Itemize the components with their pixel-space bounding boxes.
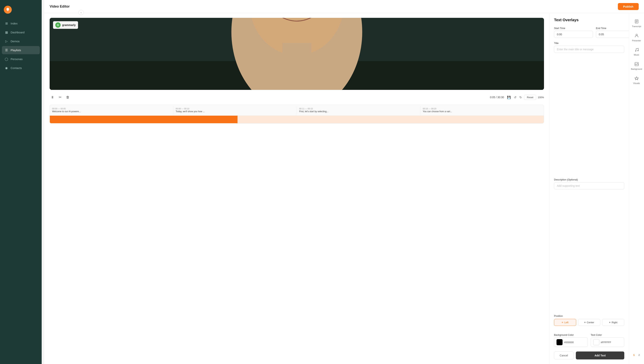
sidebar-item-label: Playlists	[10, 49, 21, 52]
sidebar-navigation: ⊞ Index ▦ Dashboard ▷ Demos ☰ Playlists …	[0, 19, 42, 72]
text-color-input[interactable]	[601, 341, 622, 344]
time-display: 0:05 / 30:30	[490, 96, 504, 99]
svg-point-19	[636, 34, 637, 36]
sidebar-item-contacts[interactable]: ◉ Contacts	[2, 64, 40, 72]
bg-color-input[interactable]	[564, 341, 585, 344]
svg-point-20	[635, 51, 636, 51]
video-preview[interactable]: Mood Mine	[50, 18, 544, 90]
description-label: Description (Optional)	[554, 178, 624, 181]
redo-button[interactable]: ↻	[518, 95, 522, 100]
page-1-button[interactable]: 1	[632, 353, 636, 357]
start-time-label: Start Time	[554, 27, 593, 30]
timeline-track	[50, 116, 544, 123]
video-section: Mood Mine	[44, 13, 549, 364]
zoom-level: 100%	[538, 96, 544, 99]
track-empty-region	[238, 116, 544, 123]
music-icon-item[interactable]: Music	[630, 46, 643, 58]
text-color-swatch[interactable]	[593, 339, 599, 345]
save-button[interactable]: 💾	[506, 95, 512, 100]
end-time-group: End Time	[596, 27, 629, 38]
color-row: Background Color Text Color	[554, 333, 624, 347]
pause-button[interactable]: ⏸	[50, 95, 55, 100]
text-overlays-panel: Text Overlays Start Time End Time Title	[549, 13, 629, 364]
timeline-segment-2[interactable]: 00:11 — 00:15 First, let's start by sele…	[297, 106, 420, 114]
music-label: Music	[634, 54, 639, 56]
align-center-icon: ≡	[584, 321, 586, 324]
title-input[interactable]	[554, 46, 624, 53]
align-left-icon: ≡	[562, 321, 563, 324]
sidebar-item-label: Contacts	[10, 66, 22, 70]
sidebar-item-demos[interactable]: ▷ Demos	[2, 37, 40, 45]
panel-title: Text Overlays	[554, 18, 624, 22]
position-section: Position ≡ Left ≡ Center ≡ Right	[554, 314, 624, 330]
sidebar-item-label: Demos	[10, 40, 20, 43]
svg-rect-10	[282, 43, 312, 79]
sidebar-logo	[0, 4, 42, 19]
time-row: Start Time End Time	[554, 27, 624, 38]
text-color-label: Text Color	[591, 333, 624, 336]
timeline-actions: 💾 ↺ ↻ Reset 100%	[506, 95, 544, 100]
content-area: Mood Mine	[44, 13, 644, 364]
background-icon	[634, 62, 639, 67]
svg-point-21	[638, 50, 638, 51]
description-group: Description (Optional)	[554, 178, 624, 311]
page-2-button[interactable]: 2	[637, 353, 641, 357]
transcript-icon-item[interactable]: Transcript	[630, 17, 643, 30]
side-icons-panel: Transcript Presenter	[629, 13, 644, 364]
playlists-icon: ☰	[4, 48, 8, 52]
presenter-label: Presenter	[632, 40, 641, 42]
sidebar-item-dashboard[interactable]: ▦ Dashboard	[2, 28, 40, 37]
visuals-icon-item[interactable]: Visuals	[630, 74, 643, 87]
top-bar: Video Editor Publish	[44, 0, 644, 13]
sidebar-item-playlists[interactable]: ☰ Playlists	[2, 46, 40, 54]
svg-point-1	[7, 9, 9, 11]
position-center-button[interactable]: ≡ Center	[578, 319, 600, 326]
video-container: Mood Mine	[50, 18, 544, 90]
timeline-segment-1[interactable]: 00:06 — 00:10 Today, we'll show you how …	[173, 106, 297, 114]
action-row: Cancel Add Text	[554, 351, 624, 359]
bg-color-label: Background Color	[554, 333, 588, 336]
undo-button[interactable]: ↺	[513, 95, 517, 100]
track-filled-region	[50, 116, 238, 123]
presenter-icon	[634, 34, 639, 39]
sidebar: ⊞ Index ▦ Dashboard ▷ Demos ☰ Playlists …	[0, 0, 42, 364]
text-color-group: Text Color	[591, 333, 624, 347]
cancel-button[interactable]: Cancel	[554, 351, 574, 359]
timeline-header: 00:00 — 00:05 Welcome to our AI-powere..…	[50, 105, 544, 116]
reset-button[interactable]: Reset	[524, 95, 536, 100]
timeline-segment-3[interactable]: 00:16 — 00:20 You can choose from a vari…	[420, 106, 544, 114]
cut-button[interactable]: ✂	[58, 94, 63, 100]
position-left-button[interactable]: ≡ Left	[554, 319, 576, 326]
position-right-button[interactable]: ≡ Right	[602, 319, 624, 326]
background-icon-item[interactable]: Background	[630, 60, 643, 72]
timeline-segment-0[interactable]: 00:00 — 00:05 Welcome to our AI-powere..…	[50, 106, 173, 114]
contacts-icon: ◉	[4, 66, 8, 70]
timeline-area: 00:00 — 00:05 Welcome to our AI-powere..…	[50, 105, 544, 123]
add-text-button[interactable]: Add Text	[576, 351, 624, 359]
end-time-label: End Time	[596, 27, 629, 30]
sidebar-collapse-button[interactable]: ‹	[78, 10, 84, 15]
chevron-left-icon: ‹	[81, 11, 82, 14]
grammarly-logo-icon: G	[55, 22, 60, 28]
index-icon: ⊞	[4, 22, 8, 25]
transcript-label: Transcript	[632, 25, 641, 28]
personas-icon: ◯	[4, 57, 8, 61]
position-label: Position	[554, 314, 624, 317]
background-label: Background	[631, 68, 642, 70]
title-label: Title	[554, 42, 624, 45]
presenter-icon-item[interactable]: Presenter	[630, 31, 643, 44]
sidebar-item-label: Personas	[10, 58, 22, 61]
app-logo-icon[interactable]	[4, 6, 12, 14]
bg-color-input-wrapper	[554, 337, 588, 347]
bg-color-group: Background Color	[554, 333, 588, 347]
end-time-input[interactable]	[596, 31, 629, 38]
sidebar-item-index[interactable]: ⊞ Index	[2, 19, 40, 28]
video-logo-overlay: G grammarly	[53, 21, 78, 29]
publish-button[interactable]: Publish	[618, 3, 639, 10]
description-input[interactable]	[554, 182, 624, 189]
sidebar-item-personas[interactable]: ◯ Personas	[2, 55, 40, 63]
delete-button[interactable]: 🗑	[65, 95, 71, 100]
start-time-input[interactable]	[554, 31, 593, 38]
bg-color-swatch[interactable]	[556, 339, 562, 345]
text-color-input-wrapper	[591, 337, 624, 347]
